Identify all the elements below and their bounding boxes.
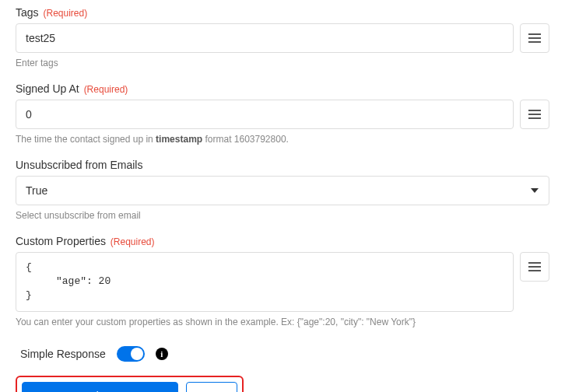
custom-props-field: Custom Properties (Required) { "age": 20… <box>16 235 549 327</box>
help-prefix: The time the contact signed up in <box>16 134 156 145</box>
signed-up-input[interactable] <box>16 100 514 129</box>
help-bold: timestamp <box>156 134 202 145</box>
signed-up-menu-button[interactable] <box>520 100 549 129</box>
simple-response-toggle[interactable] <box>117 346 145 362</box>
unsubscribed-select-wrap: True <box>16 176 549 205</box>
hamburger-icon <box>528 110 541 119</box>
signed-up-label: Signed Up At (Required) <box>16 82 549 95</box>
custom-props-label: Custom Properties (Required) <box>16 235 549 247</box>
tags-field: Tags (Required) Enter tags <box>16 6 549 68</box>
custom-props-help: You can enter your custom properties as … <box>16 317 549 327</box>
required-badge: (Required) <box>43 8 87 19</box>
save-button[interactable]: Save <box>186 382 237 392</box>
signed-up-label-text: Signed Up At <box>16 82 79 95</box>
unsubscribed-help: Select unsubscribe from email <box>16 210 549 221</box>
unsubscribed-label-text: Unsubscribed from Emails <box>16 159 142 171</box>
help-suffix: format 1603792800. <box>202 134 289 145</box>
tags-label: Tags (Required) <box>16 6 549 19</box>
custom-props-label-text: Custom Properties <box>16 235 106 247</box>
unsubscribed-select[interactable]: True <box>16 176 549 205</box>
save-send-test-button[interactable]: Save & Send Test Request <box>22 382 178 392</box>
signed-up-input-row <box>16 100 549 129</box>
tags-menu-button[interactable] <box>520 23 549 53</box>
required-badge: (Required) <box>111 236 155 247</box>
hamburger-icon <box>528 33 541 43</box>
custom-props-menu-button[interactable] <box>520 252 549 282</box>
custom-props-input[interactable]: { "age": 20 } <box>16 252 514 312</box>
hamburger-icon <box>528 262 541 271</box>
tags-label-text: Tags <box>16 6 39 19</box>
simple-response-label: Simple Response <box>20 348 106 360</box>
tags-input-row <box>16 23 549 53</box>
custom-props-input-row: { "age": 20 } <box>16 252 549 312</box>
signed-up-field: Signed Up At (Required) The time the con… <box>16 82 549 145</box>
required-badge: (Required) <box>84 84 128 95</box>
simple-response-row: Simple Response i <box>16 346 549 362</box>
action-button-row: Save & Send Test Request Save <box>16 376 244 392</box>
unsubscribed-label: Unsubscribed from Emails <box>16 159 549 171</box>
tags-help: Enter tags <box>16 58 549 68</box>
unsubscribed-field: Unsubscribed from Emails True Select uns… <box>16 159 549 221</box>
toggle-knob <box>131 348 143 360</box>
info-icon[interactable]: i <box>156 348 168 360</box>
signed-up-help: The time the contact signed up in timest… <box>16 134 549 145</box>
tags-input[interactable] <box>16 23 514 53</box>
